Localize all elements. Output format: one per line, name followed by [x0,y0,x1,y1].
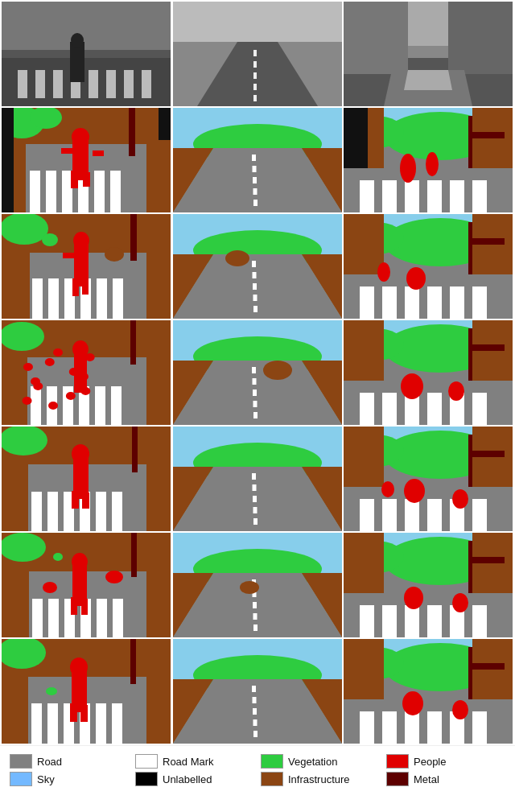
main-container: Road Road Mark Vegetation People Sky Unl… [0,0,515,794]
legend-label-sky: Sky [37,773,55,785]
photo-row1-col1 [2,2,171,106]
legend-swatch-vegetation [261,754,283,769]
seg-row5-col1 [2,427,171,531]
seg-row4-col2 [173,320,342,425]
legend-label-vegetation: Vegetation [288,756,337,768]
seg-row2-col1 [2,108,171,212]
legend-swatch-roadmark [135,754,158,769]
seg-row5-col3 [344,427,513,531]
legend-item-metal: Metal [386,772,505,786]
legend-item-roadmark: Road Mark [135,754,254,769]
legend-item-unlabelled: Unlabelled [135,772,254,786]
seg-row4-col1 [2,320,171,425]
legend-item-sky: Sky [10,772,129,786]
seg-row5-col2 [173,427,342,531]
seg-row7-col2 [173,639,342,744]
seg-row7-col3 [344,639,513,744]
seg-row4-col3 [344,320,513,425]
legend-item-road: Road [10,754,129,769]
seg-row7-col1 [2,639,171,744]
photo-row1-col3 [344,2,513,106]
legend-swatch-people [386,754,409,769]
seg-row6-col2 [173,533,342,637]
legend-swatch-unlabelled [135,772,158,786]
seg-row2-col3 [344,108,513,212]
image-grid [0,0,515,745]
seg-row3-col1 [2,214,171,319]
seg-row2-col2 [173,108,342,212]
legend-swatch-road [10,754,32,769]
legend-swatch-infrastructure [261,772,283,786]
seg-row6-col1 [2,533,171,637]
legend-label-road: Road [37,756,62,768]
legend-label-metal: Metal [414,773,439,785]
seg-row3-col3 [344,214,513,319]
seg-row3-col2 [173,214,342,319]
legend-item-people: People [386,754,505,769]
legend-label-roadmark: Road Mark [163,756,214,768]
legend-item-vegetation: Vegetation [261,754,380,769]
legend-label-infrastructure: Infrastructure [288,773,350,785]
legend-label-unlabelled: Unlabelled [163,773,212,785]
photo-row1-col2 [173,2,342,106]
legend-swatch-sky [10,772,32,786]
legend-swatch-metal [386,772,409,786]
legend-label-people: People [414,756,446,768]
legend-item-infrastructure: Infrastructure [261,772,380,786]
seg-row6-col3 [344,533,513,637]
legend: Road Road Mark Vegetation People Sky Unl… [0,745,515,794]
